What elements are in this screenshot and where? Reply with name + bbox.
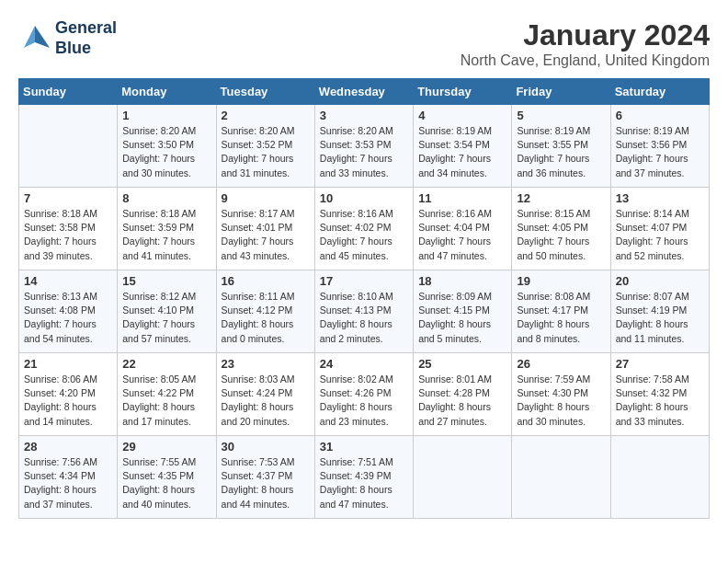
day-info: Sunrise: 8:16 AMSunset: 4:04 PMDaylight:… [418,207,506,263]
calendar-week-2: 7Sunrise: 8:18 AMSunset: 3:58 PMDaylight… [19,188,710,270]
day-number: 5 [517,109,605,122]
column-header-monday: Monday [118,79,216,105]
logo-line2: Blue [55,39,91,57]
day-info: Sunrise: 7:56 AMSunset: 4:34 PMDaylight:… [24,455,112,511]
calendar-table: SundayMondayTuesdayWednesdayThursdayFrid… [18,78,710,519]
calendar-cell [610,436,709,519]
calendar-cell: 30Sunrise: 7:53 AMSunset: 4:37 PMDayligh… [216,436,314,519]
day-info: Sunrise: 8:13 AMSunset: 4:08 PMDaylight:… [24,290,112,346]
calendar-cell: 15Sunrise: 8:12 AMSunset: 4:10 PMDayligh… [118,270,216,353]
day-number: 18 [418,274,506,288]
day-info: Sunrise: 8:01 AMSunset: 4:28 PMDaylight:… [418,373,506,429]
day-number: 29 [122,440,210,454]
day-number: 23 [222,357,310,371]
logo-icon [18,22,51,55]
calendar-cell: 19Sunrise: 8:08 AMSunset: 4:17 PMDayligh… [512,270,610,353]
calendar-cell: 26Sunrise: 7:59 AMSunset: 4:30 PMDayligh… [512,353,610,436]
day-info: Sunrise: 8:19 AMSunset: 3:56 PMDaylight:… [616,124,704,180]
calendar-cell: 31Sunrise: 7:51 AMSunset: 4:39 PMDayligh… [314,436,413,519]
day-info: Sunrise: 7:53 AMSunset: 4:37 PMDaylight:… [222,455,310,511]
day-info: Sunrise: 8:11 AMSunset: 4:12 PMDaylight:… [222,290,310,346]
day-number: 6 [616,109,704,122]
day-number: 16 [222,274,310,288]
day-number: 1 [122,109,210,122]
logo-line1: General [55,18,117,37]
day-info: Sunrise: 8:12 AMSunset: 4:10 PMDaylight:… [122,290,210,346]
day-number: 31 [320,440,408,454]
day-info: Sunrise: 8:19 AMSunset: 3:55 PMDaylight:… [517,124,605,180]
calendar-cell: 17Sunrise: 8:10 AMSunset: 4:13 PMDayligh… [314,270,413,353]
day-number: 22 [122,357,210,371]
month-title: January 2024 [461,18,710,52]
calendar-cell: 6Sunrise: 8:19 AMSunset: 3:56 PMDaylight… [610,105,709,188]
day-info: Sunrise: 8:18 AMSunset: 3:59 PMDaylight:… [122,207,210,263]
day-number: 17 [320,274,408,288]
calendar-cell: 1Sunrise: 8:20 AMSunset: 3:50 PMDaylight… [118,105,216,188]
day-number: 30 [222,440,310,454]
day-info: Sunrise: 8:06 AMSunset: 4:20 PMDaylight:… [24,373,112,429]
calendar-cell: 24Sunrise: 8:02 AMSunset: 4:26 PMDayligh… [314,353,413,436]
day-number: 13 [616,191,704,205]
day-number: 10 [320,191,408,205]
day-number: 8 [122,191,210,205]
column-header-friday: Friday [512,79,610,105]
calendar-cell: 2Sunrise: 8:20 AMSunset: 3:52 PMDaylight… [216,105,314,188]
calendar-cell: 3Sunrise: 8:20 AMSunset: 3:53 PMDaylight… [314,105,413,188]
day-number: 25 [418,357,506,371]
day-info: Sunrise: 8:07 AMSunset: 4:19 PMDaylight:… [616,290,704,346]
calendar-cell: 14Sunrise: 8:13 AMSunset: 4:08 PMDayligh… [19,270,118,353]
calendar-cell [19,105,118,188]
day-info: Sunrise: 8:17 AMSunset: 4:01 PMDaylight:… [222,207,310,263]
day-number: 24 [320,357,408,371]
day-info: Sunrise: 7:58 AMSunset: 4:32 PMDaylight:… [616,373,704,429]
day-info: Sunrise: 8:05 AMSunset: 4:22 PMDaylight:… [122,373,210,429]
day-info: Sunrise: 8:18 AMSunset: 3:58 PMDaylight:… [24,207,112,263]
day-number: 27 [616,357,704,371]
day-info: Sunrise: 8:15 AMSunset: 4:05 PMDaylight:… [517,207,605,263]
day-number: 19 [517,274,605,288]
day-number: 7 [24,191,112,205]
day-number: 15 [122,274,210,288]
day-info: Sunrise: 8:16 AMSunset: 4:02 PMDaylight:… [320,207,408,263]
calendar-cell: 22Sunrise: 8:05 AMSunset: 4:22 PMDayligh… [118,353,216,436]
calendar-cell: 21Sunrise: 8:06 AMSunset: 4:20 PMDayligh… [19,353,118,436]
calendar-cell: 7Sunrise: 8:18 AMSunset: 3:58 PMDaylight… [19,188,118,270]
calendar-cell: 23Sunrise: 8:03 AMSunset: 4:24 PMDayligh… [216,353,314,436]
day-info: Sunrise: 8:08 AMSunset: 4:17 PMDaylight:… [517,290,605,346]
calendar-cell: 25Sunrise: 8:01 AMSunset: 4:28 PMDayligh… [414,353,512,436]
calendar-cell: 13Sunrise: 8:14 AMSunset: 4:07 PMDayligh… [610,188,709,270]
day-number: 20 [616,274,704,288]
day-number: 4 [418,109,506,122]
column-header-thursday: Thursday [414,79,512,105]
day-info: Sunrise: 8:20 AMSunset: 3:53 PMDaylight:… [320,124,408,180]
day-info: Sunrise: 8:09 AMSunset: 4:15 PMDaylight:… [418,290,506,346]
column-header-wednesday: Wednesday [314,79,413,105]
column-header-tuesday: Tuesday [216,79,314,105]
day-info: Sunrise: 7:55 AMSunset: 4:35 PMDaylight:… [122,455,210,511]
calendar-cell: 5Sunrise: 8:19 AMSunset: 3:55 PMDaylight… [512,105,610,188]
calendar-cell: 18Sunrise: 8:09 AMSunset: 4:15 PMDayligh… [414,270,512,353]
day-number: 14 [24,274,112,288]
day-number: 28 [24,440,112,454]
logo: General Blue [18,18,117,58]
calendar-cell: 4Sunrise: 8:19 AMSunset: 3:54 PMDaylight… [414,105,512,188]
calendar-cell: 12Sunrise: 8:15 AMSunset: 4:05 PMDayligh… [512,188,610,270]
calendar-cell: 20Sunrise: 8:07 AMSunset: 4:19 PMDayligh… [610,270,709,353]
logo-text: General Blue [55,18,117,58]
column-header-sunday: Sunday [19,79,118,105]
calendar-cell: 27Sunrise: 7:58 AMSunset: 4:32 PMDayligh… [610,353,709,436]
day-number: 11 [418,191,506,205]
calendar-cell: 10Sunrise: 8:16 AMSunset: 4:02 PMDayligh… [314,188,413,270]
calendar-cell: 9Sunrise: 8:17 AMSunset: 4:01 PMDaylight… [216,188,314,270]
calendar-cell: 16Sunrise: 8:11 AMSunset: 4:12 PMDayligh… [216,270,314,353]
calendar-cell: 28Sunrise: 7:56 AMSunset: 4:34 PMDayligh… [19,436,118,519]
calendar-cell [512,436,610,519]
page-header: General Blue January 2024 North Cave, En… [18,18,710,69]
calendar-cell [414,436,512,519]
day-info: Sunrise: 8:02 AMSunset: 4:26 PMDaylight:… [320,373,408,429]
day-info: Sunrise: 8:14 AMSunset: 4:07 PMDaylight:… [616,207,704,263]
day-info: Sunrise: 8:20 AMSunset: 3:50 PMDaylight:… [122,124,210,180]
calendar-week-5: 28Sunrise: 7:56 AMSunset: 4:34 PMDayligh… [19,436,710,519]
title-block: January 2024 North Cave, England, United… [461,18,710,69]
day-info: Sunrise: 8:10 AMSunset: 4:13 PMDaylight:… [320,290,408,346]
